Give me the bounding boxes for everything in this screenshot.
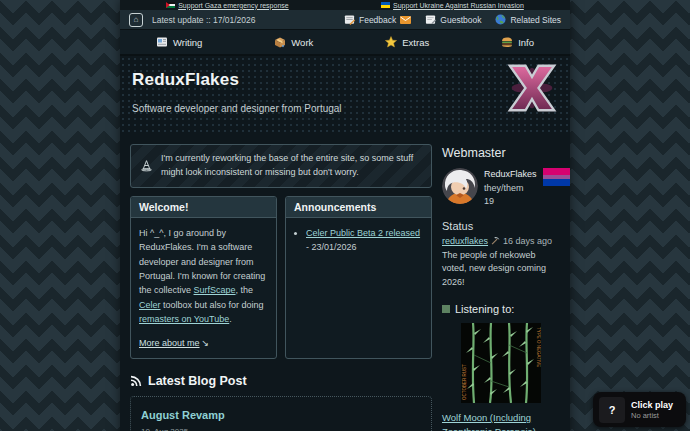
feedback-label: Feedback [359,15,396,25]
album-art-side-text: TYPE O NEGATIVE [536,327,541,367]
blog-heading-label: Latest Blog Post [148,374,247,388]
blog-post-title[interactable]: August Revamp [141,409,225,421]
track-link[interactable]: Wolf Moon (Including Zoanthropic Paranoi… [442,411,560,431]
feedback-link[interactable]: Feedback [344,14,411,25]
main-column: I'm currently reworking the base of the … [130,144,432,431]
announcements-box-title: Announcements [286,197,431,218]
package-icon [274,36,286,48]
pickaxe-icon [491,236,500,245]
related-sites-label: Related Sites [510,15,561,25]
newspaper-icon [156,36,168,48]
burger-icon [501,36,513,48]
sidebar: Webmaster [442,144,560,431]
player-text: Click play No artist [631,400,673,420]
status-meta: reduxflakes 16 days ago [442,236,560,246]
player-title: Click play [631,400,673,410]
webmaster-age: 19 [484,196,494,206]
latest-update-label: Latest update :: 17/01/2026 [152,15,256,25]
blog-post-date: 10, Aug 2025 [141,427,421,431]
player-artist: No artist [631,411,673,420]
notice-text: I'm currently reworking the base of the … [161,152,422,180]
bisexual-flag-icon [543,168,570,186]
announcement-link[interactable]: Celer Public Beta 2 released [306,228,420,238]
nav-work-label: Work [291,37,313,48]
email-icon [400,16,411,24]
avatar[interactable] [442,168,478,204]
feedback-memo-icon [344,14,355,25]
reduxflakes-logo-icon [504,63,560,113]
nav-item-info[interactable]: Info [501,36,534,48]
page-background: Support Gaza emergency response Support … [0,0,690,431]
intro-boxes: Welcome! Hi ^_^, I go around by ReduxFla… [130,196,432,359]
guestbook-memo-icon [425,14,436,25]
welcome-box-title: Welcome! [131,197,276,218]
celer-link[interactable]: Celer [139,300,161,310]
star-icon [385,36,397,48]
status-heading: Status [442,220,560,232]
status-user-link[interactable]: reduxflakes [442,236,488,246]
home-icon: ⌂ [134,15,139,24]
webmaster-profile: ReduxFlakes they/them 19 [442,168,560,209]
blog-section-heading: Latest Blog Post [130,374,432,388]
listening-heading: Listening to: [442,303,560,315]
status-text: The people of nekoweb voted, new design … [442,249,560,290]
site-header: ReduxFlakes Software developer and desig… [120,56,570,136]
main-nav: Writing Work Extras Info [120,30,570,56]
rss-icon [130,375,142,387]
home-button[interactable]: ⌂ [129,13,143,27]
gaza-support-link[interactable]: Support Gaza emergency response [166,2,289,9]
site-content: Support Gaza emergency response Support … [120,0,570,431]
globe-icon [495,14,506,25]
ukraine-support-label: Support Ukraine Against Russian Invasion [393,2,524,9]
announcement-date: - 23/01/2026 [306,242,357,252]
blog-post-card[interactable]: August Revamp 10, Aug 2025 Going through… [130,396,432,431]
welcome-box: Welcome! Hi ^_^, I go around by ReduxFla… [130,196,277,359]
remasters-youtube-link[interactable]: remasters on YouTube [139,314,229,324]
support-banner: Support Gaza emergency response Support … [120,0,570,10]
nav-writing-label: Writing [173,37,202,48]
webmaster-name: ReduxFlakes [484,169,537,179]
welcome-box-body: Hi ^_^, I go around by ReduxFlakes. I'm … [131,218,276,358]
guestbook-label: Guestbook [440,15,481,25]
nav-item-work[interactable]: Work [274,36,313,48]
gaza-support-label: Support Gaza emergency response [178,2,289,9]
page-subtitle: Software developer and designer from Por… [132,103,558,114]
status-time: 16 days ago [503,236,552,246]
listening-heading-label: Listening to: [455,303,514,315]
toolbar: ⌂ Latest update :: 17/01/2026 Feedback G… [120,10,570,30]
announcements-box: Announcements Celer Public Beta 2 releas… [285,196,432,359]
related-sites-link[interactable]: Related Sites [495,14,561,25]
player-art-placeholder: ? [599,397,625,423]
surfscape-link[interactable]: SurfScape [194,285,236,295]
cone-icon [140,159,153,172]
palestine-flag-icon [166,2,175,8]
music-player-widget[interactable]: ? Click play No artist [593,392,686,427]
external-arrow-icon: ↘ [202,336,210,350]
nav-extras-label: Extras [402,37,429,48]
webmaster-info: ReduxFlakes they/them 19 [484,168,537,209]
nav-info-label: Info [518,37,534,48]
album-art-corner-text: OCTOBER RUST [462,364,467,400]
webmaster-heading: Webmaster [442,146,560,160]
webmaster-pronouns: they/them [484,183,524,193]
ukraine-support-link[interactable]: Support Ukraine Against Russian Invasion [381,2,524,9]
listening-status-icon [442,305,450,313]
guestbook-link[interactable]: Guestbook [425,14,481,25]
page-title: ReduxFlakes [132,70,558,90]
ukraine-flag-icon [381,2,390,8]
nav-item-extras[interactable]: Extras [385,36,429,48]
announcement-item: Celer Public Beta 2 released - 23/01/202… [306,226,423,255]
main-area: I'm currently reworking the base of the … [120,136,570,431]
construction-notice: I'm currently reworking the base of the … [130,144,432,188]
album-art[interactable]: TYPE O NEGATIVE OCTOBER RUST [461,323,541,403]
more-about-me-link[interactable]: More about me↘ [139,336,209,350]
welcome-text: Hi ^_^, I go around by ReduxFlakes. I'm … [139,228,265,324]
nav-item-writing[interactable]: Writing [156,36,202,48]
announcements-box-body: Celer Public Beta 2 released - 23/01/202… [286,218,431,263]
